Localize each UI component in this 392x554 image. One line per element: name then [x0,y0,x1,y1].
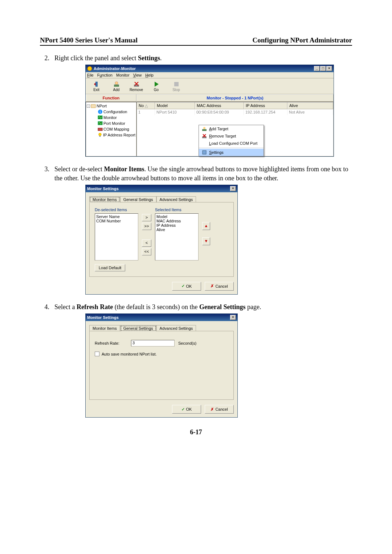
add-icon [113,81,120,87]
tree-port-monitor[interactable]: Port Monitor [87,120,135,126]
toolbar: Exit Add Remove Go Stop [86,78,334,94]
move-up-button[interactable]: ▲ [202,222,210,230]
menu-help[interactable]: Help [145,73,154,77]
admin-monitor-window: Administrator-Monitor _ □ × File Functio… [85,65,334,157]
tree-configuration[interactable]: i Configuration [87,109,135,115]
dlg-titlebar[interactable]: Monitor Settings × [86,185,237,192]
step-3: 3. Select or de-select Monitor Items. Us… [40,165,352,182]
svg-rect-17 [203,151,206,154]
deselected-label: De-selected Items [95,208,138,212]
page-number: 6-17 [40,428,352,436]
col-model[interactable]: Model [155,102,195,109]
ctx-add-target[interactable]: Add Target [199,125,264,132]
cancel-button[interactable]: ✗Cancel [205,405,234,414]
move-left-button[interactable]: < [142,239,151,247]
close-button[interactable]: × [326,66,332,71]
svg-point-0 [87,66,92,71]
menu-function[interactable]: Function [97,73,113,77]
monitor-settings-dialog-items: Monitor Settings × Monitor Items General… [85,185,238,295]
step-2-number: 2. [40,54,54,62]
monitor-list[interactable]: No △ Model MAC Address IP Address Alive … [136,102,334,156]
svg-rect-5 [174,82,179,86]
list-item[interactable]: COM Number [96,219,137,223]
svg-rect-11 [98,128,102,131]
menu-file[interactable]: File [87,73,94,77]
ctx-settings[interactable]: Settings [199,149,264,156]
autosave-checkbox-row[interactable]: Auto save monitored NPort list. [95,352,228,356]
minus-icon[interactable]: - [87,104,90,108]
step-2: 2. Right click the panel and select Sett… [40,54,352,62]
toolbar-add[interactable]: Add [106,81,126,92]
menu-monitor[interactable]: Monitor [116,73,130,77]
settings-icon [202,150,207,155]
deselected-listbox[interactable]: Server Name COM Number [95,213,138,260]
ok-button[interactable]: ✓OK [172,405,201,414]
step-3-text: Select or de-select Monitor Items. Use t… [54,165,352,182]
tree-monitor[interactable]: Monitor [87,115,135,120]
monitor-icon [98,115,103,120]
check-icon: ✓ [181,284,185,288]
toolbar-remove[interactable]: Remove [126,81,146,92]
tree-ip-report[interactable]: IP Address Report [87,132,135,138]
monitor-settings-dialog-general: Monitor Settings × Monitor Items General… [85,313,238,418]
dlg-title: Monitor Settings [87,186,119,191]
titlebar[interactable]: Administrator-Monitor _ □ × [86,65,334,72]
bulb-icon [98,132,102,138]
step-4-number: 4. [40,303,54,311]
step-2-text: Right click the panel and select Setting… [54,54,352,62]
autosave-checkbox[interactable] [95,352,99,356]
dlg-titlebar[interactable]: Monitor Settings × [86,314,237,321]
svg-rect-13 [99,136,101,137]
maximize-button[interactable]: □ [320,66,326,71]
move-all-left-button[interactable]: << [142,248,151,255]
context-menu: Add Target Remove Target Load Configured… [199,125,264,156]
list-item[interactable]: IP Address [156,223,197,227]
selected-listbox[interactable]: Model MAC Address IP Address Alive [155,213,199,260]
folder-icon [91,103,96,108]
toolbar-go[interactable]: Go [146,81,166,92]
ctx-load-com-port[interactable]: Load Configured COM Port [199,140,264,147]
load-default-button[interactable]: Load Default [95,264,125,271]
function-panel-header: Function [86,94,136,102]
remove-icon [133,81,140,87]
exit-icon [93,81,100,87]
close-button[interactable]: × [230,186,236,191]
tab-monitor-items[interactable]: Monitor Items [89,196,120,203]
col-alive[interactable]: Alive [287,102,333,109]
refresh-rate-label: Refresh Rate: [95,341,127,345]
tree-root[interactable]: - NPort [87,103,135,109]
list-item[interactable]: Alive [156,227,197,232]
menu-view[interactable]: View [133,73,142,77]
ctx-remove-target[interactable]: Remove Target [199,132,264,140]
move-right-button[interactable]: > [142,214,151,221]
move-all-right-button[interactable]: >> [142,223,151,230]
move-down-button[interactable]: ▼ [202,237,210,245]
cancel-button[interactable]: ✗Cancel [205,282,234,291]
close-button[interactable]: × [230,315,236,320]
seconds-label: Second(s) [178,341,196,345]
col-ip[interactable]: IP Address [244,102,287,109]
list-item[interactable]: Model [156,214,197,219]
svg-text:i: i [100,110,101,114]
tree-com-mapping[interactable]: COM Mapping [87,126,135,132]
refresh-rate-input[interactable]: 3 [131,340,175,346]
svg-point-3 [115,82,118,85]
list-item[interactable]: Server Name [96,214,137,219]
table-row[interactable]: 1 NPort 5410 00:90:E8:54:00:09 192.168.1… [137,109,333,115]
function-tree[interactable]: - NPort i Configuration Monitor Por [86,102,136,156]
toolbar-stop: Stop [166,81,186,92]
minimize-button[interactable]: _ [314,66,320,71]
col-no[interactable]: No △ [137,102,155,109]
ok-button[interactable]: ✓OK [172,282,201,291]
autosave-label: Auto save monitored NPort list. [102,352,157,356]
document-header: NPort 5400 Series User's Manual Configur… [40,36,352,46]
list-item[interactable]: MAC Address [156,219,197,223]
tab-general-settings[interactable]: General Settings [120,325,156,332]
svg-rect-2 [114,85,119,87]
col-mac[interactable]: MAC Address [195,102,244,109]
toolbar-exit[interactable]: Exit [86,81,106,92]
down-arrow-icon: ▼ [204,239,208,243]
com-mapping-icon [98,127,103,132]
info-icon: i [98,109,103,114]
step-4: 4. Select a Refresh Rate (the default is… [40,303,352,311]
